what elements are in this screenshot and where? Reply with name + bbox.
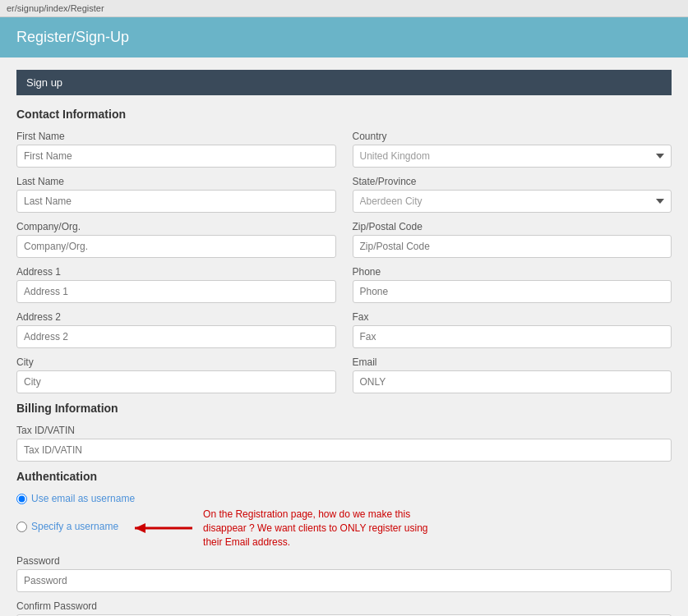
first-name-input[interactable]: [16, 145, 336, 168]
contact-section: Contact Information First Name Country U…: [16, 108, 672, 393]
address2-input[interactable]: [16, 325, 336, 348]
phone-input[interactable]: [353, 280, 672, 303]
radio-use-email-text: Use email as username: [31, 493, 135, 504]
last-name-input[interactable]: [16, 190, 336, 213]
city-input[interactable]: [16, 370, 336, 393]
url-text: er/signup/index/Register: [7, 3, 104, 13]
page-title: Register/Sign-Up: [16, 29, 129, 45]
email-input[interactable]: [353, 370, 672, 393]
company-col: Company/Org.: [16, 221, 336, 258]
address2-label: Address 2: [16, 311, 336, 323]
fax-input[interactable]: [353, 325, 672, 348]
confirm-password-label: Confirm Password: [16, 600, 672, 612]
phone-col: Phone: [353, 266, 672, 303]
page-header: Register/Sign-Up: [0, 17, 688, 57]
country-label: Country: [353, 131, 672, 142]
tax-id-col: Tax ID/VATIN: [16, 425, 672, 462]
arrow-icon: [131, 518, 196, 538]
password-col: Password: [16, 555, 672, 592]
browser-bar: er/signup/index/Register: [0, 0, 688, 17]
address2-col: Address 2: [16, 311, 336, 348]
state-label: State/Province: [353, 176, 672, 187]
radio-group: Use email as username Specify a username…: [16, 493, 672, 549]
auth-section-title: Authentication: [16, 470, 672, 483]
password-label: Password: [16, 555, 672, 567]
phone-label: Phone: [353, 266, 672, 278]
first-name-label: First Name: [16, 131, 336, 142]
confirm-password-col: Confirm Password: [16, 600, 672, 616]
tax-id-label: Tax ID/VATIN: [16, 425, 672, 436]
last-name-col: Last Name: [16, 176, 336, 213]
section-header-label: Sign up: [26, 76, 62, 89]
zip-col: Zip/Postal Code: [353, 221, 672, 258]
annotation-text: On the Registration page, how do we make…: [203, 508, 433, 549]
state-col: State/Province Aberdeen City: [353, 176, 672, 213]
company-label: Company/Org.: [16, 221, 336, 232]
address1-label: Address 1: [16, 266, 336, 278]
radio-specify-text: Specify a username: [31, 521, 118, 532]
company-input[interactable]: [16, 235, 336, 258]
radio-specify-label[interactable]: Specify a username: [16, 521, 118, 532]
billing-section-title: Billing Information: [16, 402, 672, 415]
auth-section: Authentication Use email as username Spe…: [16, 470, 672, 616]
email-col: Email: [353, 356, 672, 393]
country-col: Country United Kingdom: [353, 131, 672, 168]
email-label: Email: [353, 356, 672, 368]
annotation-wrapper: Specify a username On the Registration p…: [16, 508, 672, 549]
radio-use-email-label[interactable]: Use email as username: [16, 493, 672, 504]
first-name-col: First Name: [16, 131, 336, 168]
fax-label: Fax: [353, 311, 672, 323]
country-select[interactable]: United Kingdom: [353, 145, 672, 168]
address1-col: Address 1: [16, 266, 336, 303]
radio-specify-input[interactable]: [16, 522, 27, 532]
tax-id-input[interactable]: [16, 439, 672, 462]
state-select[interactable]: Aberdeen City: [353, 190, 672, 213]
arrow-annotation: On the Registration page, how do we make…: [131, 508, 433, 549]
section-header: Sign up: [16, 70, 672, 95]
zip-input[interactable]: [353, 235, 672, 258]
address1-input[interactable]: [16, 280, 336, 303]
radio-use-email-input[interactable]: [16, 494, 27, 504]
fax-col: Fax: [353, 311, 672, 348]
svg-marker-1: [135, 523, 145, 533]
city-label: City: [16, 356, 336, 368]
red-arrow: [131, 518, 196, 538]
contact-section-title: Contact Information: [16, 108, 672, 121]
billing-section: Billing Information Tax ID/VATIN: [16, 402, 672, 462]
password-input[interactable]: [16, 569, 672, 592]
zip-label: Zip/Postal Code: [353, 221, 672, 232]
last-name-label: Last Name: [16, 176, 336, 187]
city-col: City: [16, 356, 336, 393]
